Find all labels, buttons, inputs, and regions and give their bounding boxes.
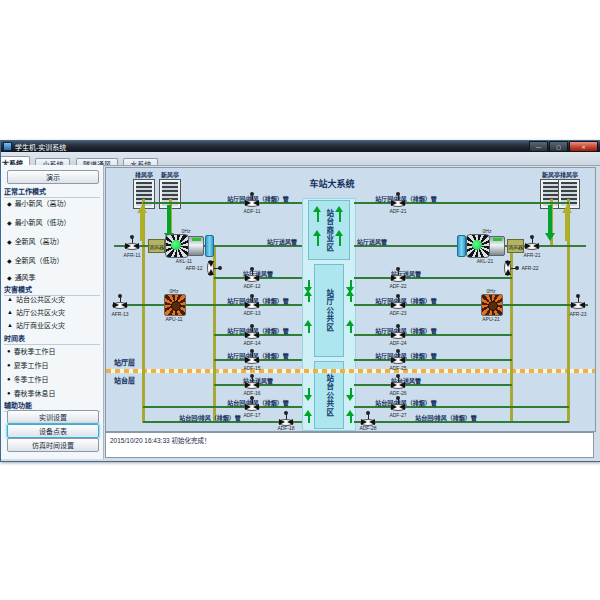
damper-label: ADF-21 (389, 208, 406, 214)
sim-time-settings-button[interactable]: 仿真时间设置 (7, 438, 99, 452)
damper-icon[interactable] (570, 294, 586, 310)
duct-label: 站厅回/排风（排烟）管 (375, 194, 437, 203)
mode-commercial-fire[interactable]: ▲站厅商业区火灾 (7, 320, 65, 330)
damper-label: ADF-23 (389, 310, 406, 316)
mode-hall-fire[interactable]: ▲站厅公共区火灾 (7, 307, 65, 317)
damper-icon[interactable] (206, 260, 222, 276)
damper-icon[interactable] (524, 235, 540, 251)
mode-platform-fire[interactable]: ▲站台公共区火灾 (7, 294, 65, 304)
supply-fan-icon[interactable] (466, 234, 504, 256)
damper-icon[interactable] (390, 267, 406, 283)
mode-full-fresh-low[interactable]: ◆全新风（低功） (7, 255, 64, 265)
damper-icon[interactable] (390, 192, 406, 208)
return-fan-icon[interactable] (164, 294, 186, 316)
duct-label: 站厅回/排风（排烟）管 (375, 351, 437, 360)
damper-label: ADF-15 (243, 365, 260, 371)
title-bar[interactable]: 学生机-实训系统 — ▢ ✕ (1, 141, 600, 152)
fan-mode-icon: ◆ (7, 219, 12, 226)
flexible-connector (457, 235, 466, 257)
minimize-button[interactable]: — (529, 141, 548, 152)
damper-icon[interactable] (244, 349, 260, 365)
mode-min-fresh-low[interactable]: ◆最小新风（低功） (7, 217, 71, 227)
damper-label: ADF-17 (243, 412, 260, 418)
damper-label: ADF-22 (389, 283, 406, 289)
mode-ventilation-season[interactable]: ◆通风季 (7, 272, 36, 282)
clock-icon: ● (7, 348, 11, 354)
clock-icon: ● (7, 390, 11, 396)
damper-icon[interactable] (244, 396, 260, 412)
fan-label: AKL-11 (176, 258, 192, 264)
damper-label: ADF-11 (244, 208, 261, 214)
damper-icon[interactable] (244, 324, 260, 340)
duct-line (354, 384, 512, 386)
fan-frequency: 0Hz (487, 288, 496, 294)
clock-icon: ● (7, 362, 11, 368)
fan-frequency: 0Hz (170, 288, 179, 294)
damper-label: ADF-27 (389, 412, 406, 418)
left-fresh-shaft-label: 新风亭 (161, 170, 179, 179)
fan-mode-icon: ◆ (7, 238, 12, 245)
zone-up-arrow (313, 230, 322, 246)
zone-up-arrow (304, 320, 313, 333)
supply-fan-icon[interactable] (165, 234, 203, 256)
duct-label: 站厅送风管 (267, 237, 297, 246)
mode-full-fresh-high[interactable]: ◆全新风（高功） (7, 236, 64, 246)
zone-up-arrow (346, 320, 355, 333)
sidebar: 演示 正常工作模式 ◆最小新风（高功） ◆最小新风（低功） ◆全新风（高功） ◆… (1, 165, 104, 459)
damper-icon[interactable] (112, 294, 128, 310)
demo-button[interactable]: 演示 (7, 170, 99, 184)
damper-icon[interactable] (124, 235, 140, 251)
right-fresh-shaft-label: 新风亭 (542, 170, 560, 179)
duct-label: 站厅回/排风（排烟）管 (375, 296, 437, 305)
damper-label: ADF-12 (243, 283, 260, 289)
device-point-table-button[interactable]: 设备点表 (7, 424, 99, 438)
fan-mode-icon: ◆ (7, 200, 12, 207)
exhaust-up-arrow (562, 205, 572, 241)
training-settings-button[interactable]: 实训设置 (7, 410, 99, 424)
damper-label: AFR-11 (124, 252, 141, 258)
zone-down-arrow (304, 388, 313, 401)
schedule-spring-autumn-restday[interactable]: ●春秋季休息日 (7, 388, 56, 398)
app-window: 学生机-实训系统 — ▢ ✕ 大系统 小系统 隧道通风 水系统 演示 正常工作模… (0, 140, 600, 462)
damper-icon[interactable] (244, 294, 260, 310)
damper-icon[interactable] (390, 349, 406, 365)
damper-label: AFR-13 (111, 311, 128, 317)
fire-mode-icon: ▲ (7, 296, 13, 302)
fan-frequency: 0Hz (182, 228, 191, 234)
duct-label: 站台回/排风（排烟）管 (375, 398, 437, 407)
zone-up-arrow (313, 206, 322, 222)
schedule-spring-autumn-workday[interactable]: ●春秋季工作日 (7, 346, 56, 356)
zone-up-arrow (335, 206, 344, 222)
damper-label: AFR-12 (185, 265, 202, 271)
fan-frequency: 0Hz (483, 228, 492, 234)
damper-icon[interactable] (244, 267, 260, 283)
damper-icon[interactable] (390, 324, 406, 340)
damper-icon[interactable] (390, 294, 406, 310)
close-button[interactable]: ✕ (569, 141, 598, 152)
fan-mode-icon: ◆ (7, 274, 12, 281)
damper-icon[interactable] (390, 396, 406, 412)
return-fan-icon[interactable] (481, 294, 503, 316)
maximize-button[interactable]: ▢ (549, 141, 568, 152)
duct-label: 站台回/排风（排烟）管 (415, 413, 477, 422)
fire-mode-icon: ▲ (7, 322, 13, 328)
damper-label: ADF-14 (243, 340, 260, 346)
damper-icon[interactable] (244, 374, 260, 390)
damper-label: ADF-13 (243, 310, 260, 316)
silencer: 消声器 (148, 239, 165, 253)
zone-down-arrow (346, 388, 355, 401)
clock-icon: ● (7, 376, 11, 382)
damper-label: AFR-23 (569, 311, 586, 317)
schedule-summer-workday[interactable]: ●夏季工作日 (7, 360, 49, 370)
silencer: 消声器 (507, 239, 524, 253)
schedule-winter-workday[interactable]: ●冬季工作日 (7, 374, 49, 384)
damper-icon[interactable] (244, 192, 260, 208)
zone-up-arrow (335, 230, 344, 246)
mode-min-fresh-high[interactable]: ◆最小新风（高功） (7, 198, 71, 208)
damper-icon[interactable] (503, 260, 519, 276)
fan-mode-icon: ◆ (7, 257, 12, 264)
section-normal-modes: 正常工作模式 (4, 186, 100, 198)
damper-icon[interactable] (390, 374, 406, 390)
tab-water-system[interactable]: 水系统 (123, 158, 158, 167)
flexible-connector (205, 235, 214, 257)
